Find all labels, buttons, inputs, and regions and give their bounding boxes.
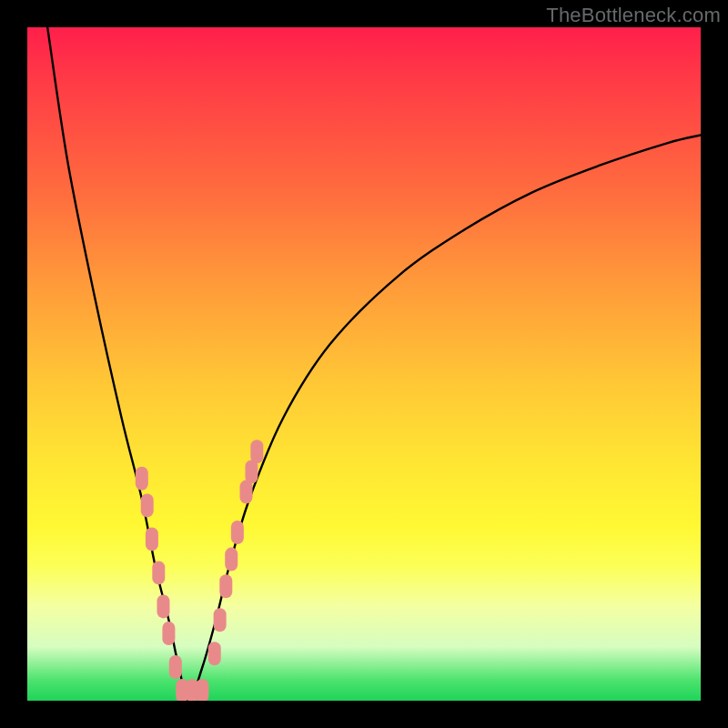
marker-dot <box>169 655 182 679</box>
marker-dot <box>225 548 238 571</box>
marker-dot <box>219 574 232 598</box>
marker-dot <box>240 480 253 504</box>
watermark-text: TheBottleneck.com <box>546 4 721 27</box>
marker-dot <box>157 594 169 618</box>
marker-dot <box>196 679 208 701</box>
marker-dot <box>245 460 258 483</box>
bottleneck-curve <box>47 27 701 701</box>
marker-dot <box>152 561 165 584</box>
plot-area <box>27 27 701 701</box>
marker-dot <box>208 642 221 665</box>
marker-dot <box>141 493 154 517</box>
marker-dot <box>162 622 175 645</box>
chart-frame: TheBottleneck.com <box>0 0 728 728</box>
marker-dot <box>250 440 263 463</box>
marker-dot <box>136 467 148 490</box>
marker-layer <box>136 440 264 701</box>
marker-dot <box>146 527 158 551</box>
marker-dot <box>231 521 244 544</box>
curve-layer <box>27 27 701 701</box>
marker-dot <box>214 608 227 632</box>
